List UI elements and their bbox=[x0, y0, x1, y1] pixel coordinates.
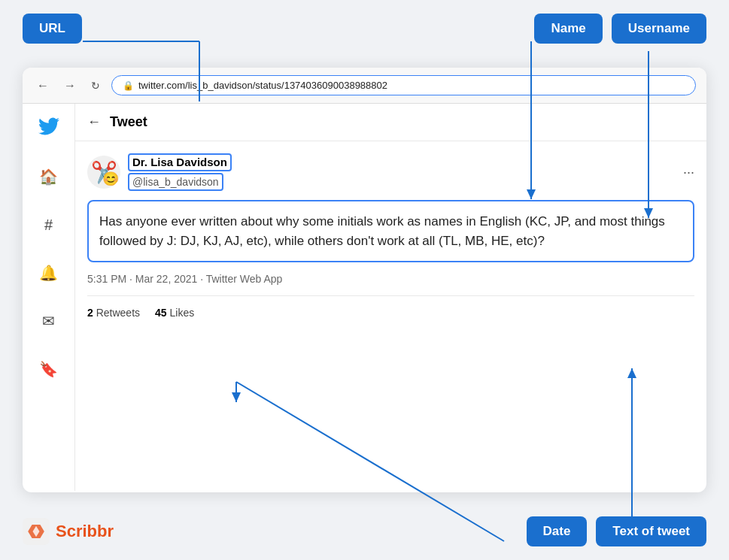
tweet-text-box: Has anyone ever written about why some i… bbox=[87, 200, 694, 262]
tweet-author-row: ✂️ 😊 Dr. Lisa Davidson @lisa_b_davidson bbox=[87, 153, 694, 191]
refresh-button[interactable]: ↻ bbox=[87, 78, 104, 93]
twitter-logo bbox=[38, 116, 59, 142]
tweet-header: ← Tweet bbox=[75, 104, 706, 141]
retweet-count: 2 Retweets bbox=[87, 307, 140, 319]
avatar: ✂️ 😊 bbox=[87, 156, 120, 189]
bookmarks-nav-icon[interactable]: 🔖 bbox=[35, 356, 62, 383]
home-nav-icon[interactable]: 🏠 bbox=[35, 163, 62, 190]
tweet-text: Has anyone ever written about why some i… bbox=[99, 214, 665, 248]
tweet-header-title: Tweet bbox=[110, 114, 147, 130]
browser-content: 🏠 # 🔔 ✉ 🔖 ← Tweet ✂️ bbox=[23, 104, 706, 491]
date-button[interactable]: Date bbox=[527, 516, 588, 546]
url-text: twitter.com/lis_b_davidson/status/137403… bbox=[138, 80, 387, 91]
back-nav-button[interactable]: ← bbox=[33, 77, 53, 94]
username-button[interactable]: Username bbox=[612, 14, 706, 44]
scribbr-icon bbox=[23, 518, 50, 545]
scribbr-name: Scribbr bbox=[56, 522, 114, 541]
tweet-more-button[interactable]: ··· bbox=[683, 165, 694, 180]
lock-icon: 🔒 bbox=[123, 80, 134, 91]
hashtag-nav-icon[interactable]: # bbox=[35, 211, 62, 238]
top-bar: URL Name Username bbox=[0, 14, 729, 44]
author-handle: @lisa_b_davidson bbox=[132, 176, 219, 188]
tweet-back-button[interactable]: ← bbox=[87, 114, 101, 130]
scribbr-logo: Scribbr bbox=[23, 518, 114, 545]
name-button[interactable]: Name bbox=[534, 14, 602, 44]
twitter-sidebar: 🏠 # 🔔 ✉ 🔖 bbox=[23, 104, 75, 491]
address-bar[interactable]: 🔒 twitter.com/lis_b_davidson/status/1374… bbox=[111, 75, 696, 95]
bottom-right-buttons: Date Text of tweet bbox=[527, 516, 707, 546]
tweet-text-button[interactable]: Text of tweet bbox=[596, 516, 706, 546]
likes-count: 45 Likes bbox=[155, 307, 194, 319]
browser-chrome: ← → ↻ 🔒 twitter.com/lis_b_davidson/statu… bbox=[23, 68, 706, 104]
tweet-timestamp: 5:31 PM · Mar 22, 2021 · Twitter Web App bbox=[87, 273, 694, 296]
notifications-nav-icon[interactable]: 🔔 bbox=[35, 259, 62, 286]
tweet-card: ✂️ 😊 Dr. Lisa Davidson @lisa_b_davidson bbox=[75, 141, 706, 331]
timestamp-text: 5:31 PM · Mar 22, 2021 · Twitter Web App bbox=[87, 273, 282, 285]
author-name: Dr. Lisa Davidson bbox=[132, 156, 227, 168]
author-info: Dr. Lisa Davidson @lisa_b_davidson bbox=[128, 153, 232, 191]
bottom-bar: Scribbr Date Text of tweet bbox=[0, 516, 729, 546]
browser-window: ← → ↻ 🔒 twitter.com/lis_b_davidson/statu… bbox=[23, 68, 706, 492]
url-button[interactable]: URL bbox=[23, 14, 82, 44]
tweet-stats: 2 Retweets 45 Likes bbox=[87, 307, 694, 319]
top-right-buttons: Name Username bbox=[534, 14, 706, 44]
forward-nav-button[interactable]: → bbox=[60, 77, 80, 94]
tweet-area: ← Tweet ✂️ 😊 Dr. Lisa David bbox=[75, 104, 706, 491]
tweet-author-left: ✂️ 😊 Dr. Lisa Davidson @lisa_b_davidson bbox=[87, 153, 232, 191]
messages-nav-icon[interactable]: ✉ bbox=[35, 307, 62, 334]
